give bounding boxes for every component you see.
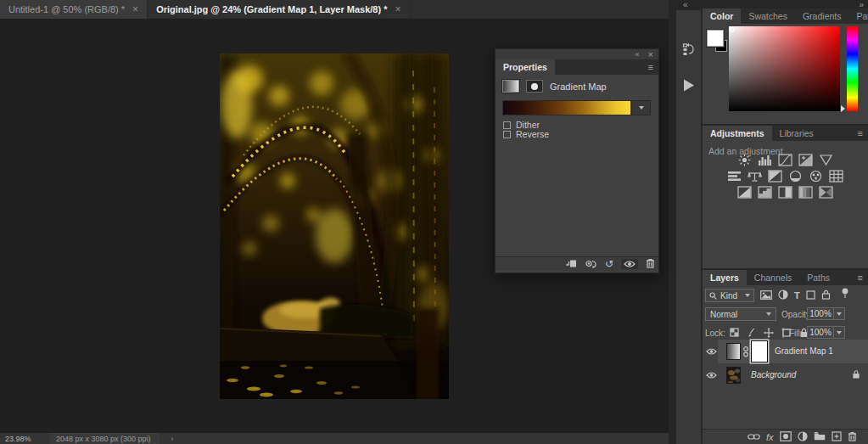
document-tab-label: Original.jpg @ 24% (Gradient Map 1, Laye… bbox=[156, 4, 387, 14]
layers-panel: Layers Channels Paths ≡ Kind T bbox=[703, 270, 868, 444]
photo-filter-icon[interactable] bbox=[787, 170, 804, 183]
lock-transparency-icon[interactable] bbox=[730, 328, 739, 339]
layer-row-background[interactable]: Background bbox=[703, 363, 868, 387]
collapse-dock-icon[interactable]: « bbox=[683, 0, 688, 9]
tab-patterns[interactable]: Patterns bbox=[848, 8, 868, 24]
color-lookup-icon[interactable] bbox=[828, 170, 844, 183]
vibrance-icon[interactable] bbox=[818, 154, 834, 166]
tab-properties[interactable]: Properties bbox=[496, 59, 555, 75]
curves-icon[interactable] bbox=[777, 154, 793, 166]
posterize-icon[interactable] bbox=[757, 186, 773, 199]
layer-name[interactable]: Gradient Map 1 bbox=[775, 346, 833, 356]
document-tab-original[interactable]: Original.jpg @ 24% (Gradient Map 1, Laye… bbox=[148, 0, 410, 19]
lock-pixels-brush-icon[interactable] bbox=[747, 328, 756, 340]
toggle-visibility-eye-icon[interactable] bbox=[621, 259, 638, 269]
layer-filter-kind-dropdown[interactable]: Kind bbox=[705, 289, 754, 302]
filter-type-layers-icon[interactable]: T bbox=[794, 290, 800, 301]
opacity-dropdown-icon[interactable] bbox=[834, 307, 845, 320]
layer-row-gradient-map[interactable]: Gradient Map 1 bbox=[703, 340, 868, 363]
gradient-preview-bar[interactable] bbox=[502, 100, 631, 115]
tab-libraries[interactable]: Libraries bbox=[772, 126, 821, 141]
brightness-contrast-icon[interactable] bbox=[736, 154, 753, 166]
selective-color-icon[interactable] bbox=[818, 186, 834, 199]
fill-dropdown-icon[interactable] bbox=[834, 326, 845, 339]
lock-position-icon[interactable] bbox=[764, 328, 774, 340]
hue-saturation-icon[interactable] bbox=[726, 170, 742, 183]
filter-smart-objects-icon[interactable] bbox=[821, 289, 831, 301]
reverse-checkbox[interactable] bbox=[503, 131, 511, 138]
delete-adjustment-trash-icon[interactable] bbox=[646, 258, 655, 270]
panel-menu-icon[interactable]: ≡ bbox=[648, 63, 653, 72]
threshold-icon[interactable] bbox=[777, 186, 793, 199]
gradient-picker-dropdown[interactable] bbox=[631, 100, 651, 115]
channel-mixer-icon[interactable] bbox=[808, 170, 824, 183]
layer-name[interactable]: Background bbox=[751, 370, 796, 379]
color-panel: Color Swatches Gradients Patterns ≡ bbox=[703, 8, 868, 124]
saturation-brightness-field[interactable] bbox=[729, 26, 840, 111]
add-layer-mask-icon[interactable] bbox=[780, 431, 792, 443]
levels-icon[interactable] bbox=[757, 154, 773, 166]
tab-layers[interactable]: Layers bbox=[703, 270, 747, 285]
collapse-panel-icon[interactable]: « bbox=[636, 50, 640, 59]
fill-value-field[interactable]: 100% bbox=[807, 326, 834, 339]
reset-adjustment-icon[interactable]: ↺ bbox=[605, 259, 613, 269]
color-picker-marker[interactable] bbox=[730, 27, 735, 32]
hue-slider-marker[interactable] bbox=[841, 105, 845, 112]
close-icon[interactable]: × bbox=[395, 3, 400, 15]
close-icon[interactable]: × bbox=[132, 3, 138, 15]
foreground-color-swatch[interactable] bbox=[707, 30, 724, 47]
visibility-eye-icon[interactable] bbox=[706, 371, 717, 381]
opacity-value-field[interactable]: 100% bbox=[807, 307, 834, 320]
document-tab-untitled[interactable]: Untitled-1 @ 50% (RGB/8) * × bbox=[0, 0, 148, 19]
filter-adjustment-layers-icon[interactable] bbox=[778, 289, 788, 301]
tab-swatches[interactable]: Swatches bbox=[741, 8, 795, 24]
mask-link-icon[interactable] bbox=[743, 346, 748, 360]
new-group-folder-icon[interactable] bbox=[814, 431, 826, 442]
exposure-icon[interactable] bbox=[798, 154, 814, 166]
close-panel-icon[interactable]: × bbox=[648, 49, 653, 59]
reverse-label: Reverse bbox=[516, 129, 549, 139]
invert-icon[interactable] bbox=[736, 186, 753, 199]
panel-menu-icon[interactable]: ≡ bbox=[858, 129, 863, 138]
gradient-map-icon[interactable] bbox=[798, 186, 814, 199]
hue-slider[interactable] bbox=[847, 26, 858, 111]
layer-thumbnail[interactable] bbox=[726, 367, 741, 384]
filter-pixel-layers-icon[interactable] bbox=[760, 290, 772, 301]
tab-channels[interactable]: Channels bbox=[747, 270, 799, 285]
blend-mode-dropdown[interactable]: Normal bbox=[705, 307, 776, 321]
black-and-white-icon[interactable] bbox=[767, 170, 783, 183]
canvas-image[interactable] bbox=[220, 53, 449, 399]
properties-titlebar[interactable]: « × bbox=[496, 49, 658, 59]
color-balance-icon[interactable] bbox=[747, 170, 763, 183]
panel-resize-grip[interactable]: ⋯⋯ bbox=[496, 270, 658, 273]
layer-style-fx-icon[interactable]: fx bbox=[766, 432, 774, 442]
panel-menu-icon[interactable]: ≡ bbox=[858, 273, 863, 283]
visibility-eye-icon[interactable] bbox=[706, 347, 717, 357]
tab-color[interactable]: Color bbox=[703, 8, 741, 24]
status-zoom-field[interactable]: 23.98% bbox=[5, 435, 49, 443]
layer-mask-thumbnail[interactable] bbox=[751, 340, 768, 363]
filter-shape-layers-icon[interactable] bbox=[806, 290, 815, 301]
adjustment-icon-row bbox=[703, 154, 868, 166]
new-layer-icon[interactable] bbox=[832, 431, 842, 443]
adjustment-layer-thumbnail[interactable] bbox=[726, 343, 741, 360]
tab-gradients[interactable]: Gradients bbox=[795, 8, 849, 24]
chevron-down-icon bbox=[745, 294, 750, 297]
new-adjustment-layer-icon[interactable] bbox=[798, 431, 808, 443]
link-layers-icon[interactable] bbox=[748, 432, 760, 442]
chevron-down-icon bbox=[766, 312, 771, 316]
dither-checkbox[interactable] bbox=[503, 121, 511, 129]
reverse-option: Reverse bbox=[503, 129, 549, 139]
layer-filter-toggle-icon[interactable] bbox=[841, 288, 849, 301]
adjustments-panel: Adjustments Libraries ≡ Add an adjustmen… bbox=[703, 126, 868, 268]
actions-panel-icon[interactable] bbox=[681, 78, 696, 94]
history-panel-icon[interactable] bbox=[682, 42, 696, 58]
tab-adjustments[interactable]: Adjustments bbox=[703, 126, 772, 141]
adjustment-icon-row bbox=[703, 170, 868, 183]
view-previous-state-icon[interactable] bbox=[585, 259, 597, 270]
mask-badge-icon[interactable] bbox=[526, 80, 543, 93]
status-doc-info[interactable]: 2048 px x 3080 px (300 ppi) bbox=[49, 433, 160, 444]
delete-layer-trash-icon[interactable] bbox=[848, 431, 857, 443]
status-flyout-chevron-icon[interactable]: › bbox=[171, 435, 174, 443]
tab-paths[interactable]: Paths bbox=[799, 270, 837, 285]
